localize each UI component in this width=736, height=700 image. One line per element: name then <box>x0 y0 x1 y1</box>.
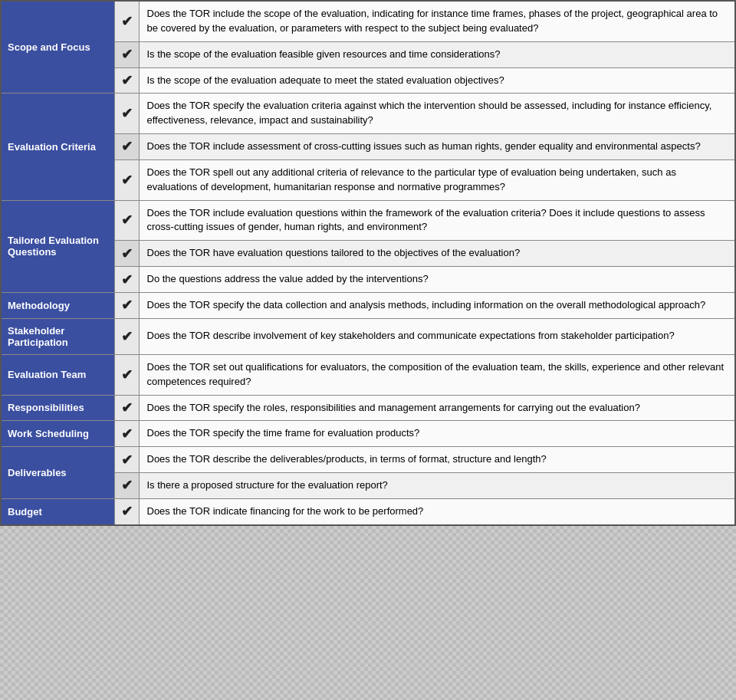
question-cell: Is the scope of the evaluation adequate … <box>139 67 735 94</box>
check-cell: ✔ <box>114 318 139 354</box>
checkmark-icon: ✔ <box>121 14 133 29</box>
question-cell: Does the TOR indicate financing for the … <box>139 498 735 524</box>
question-cell: Does the TOR describe the deliverables/p… <box>139 447 735 473</box>
question-cell: Is there a proposed structure for the ev… <box>139 473 735 499</box>
check-cell: ✔ <box>114 421 139 447</box>
checkmark-icon: ✔ <box>121 367 133 383</box>
checkmark-icon: ✔ <box>121 246 133 261</box>
category-cell-8: Deliverables <box>1 447 114 499</box>
check-cell: ✔ <box>114 94 139 134</box>
check-cell: ✔ <box>114 473 139 499</box>
question-cell: Does the TOR set out qualifications for … <box>139 354 735 395</box>
checkmark-icon: ✔ <box>121 139 133 154</box>
checkmark-icon: ✔ <box>121 400 133 416</box>
check-cell: ✔ <box>114 200 139 241</box>
category-cell-4: Stakeholder Participation <box>1 318 114 354</box>
checkmark-icon: ✔ <box>121 272 133 288</box>
checkmark-icon: ✔ <box>121 504 133 519</box>
question-cell: Does the TOR include evaluation question… <box>139 200 735 241</box>
question-cell: Do the questions address the value added… <box>139 267 735 293</box>
question-cell: Does the TOR describe involvement of key… <box>139 318 735 354</box>
checkmark-icon: ✔ <box>121 452 133 468</box>
question-cell: Does the TOR specify the roles, responsi… <box>139 395 735 421</box>
check-cell: ✔ <box>114 447 139 473</box>
question-cell: Does the TOR specify the evaluation crit… <box>139 94 735 134</box>
question-cell: Does the TOR include assessment of cross… <box>139 134 735 160</box>
question-cell: Does the TOR spell out any additional cr… <box>139 159 735 200</box>
check-cell: ✔ <box>114 134 139 160</box>
category-cell-1: Evaluation Criteria <box>1 94 114 200</box>
check-cell: ✔ <box>114 292 139 318</box>
category-cell-3: Methodology <box>1 292 114 318</box>
checkmark-icon: ✔ <box>121 297 133 313</box>
checkmark-icon: ✔ <box>121 106 133 121</box>
question-cell: Does the TOR specify the time frame for … <box>139 421 735 447</box>
question-cell: Is the scope of the evaluation feasible … <box>139 41 735 67</box>
category-cell-5: Evaluation Team <box>1 354 114 395</box>
checklist-table: Scope and Focus✔Does the TOR include the… <box>0 0 736 526</box>
check-cell: ✔ <box>114 354 139 395</box>
checkmark-icon: ✔ <box>121 212 133 228</box>
question-cell: Does the TOR include the scope of the ev… <box>139 1 735 41</box>
question-cell: Does the TOR specify the data collection… <box>139 292 735 318</box>
check-cell: ✔ <box>114 67 139 94</box>
checkmark-icon: ✔ <box>121 173 133 188</box>
checkmark-icon: ✔ <box>121 478 133 493</box>
category-cell-0: Scope and Focus <box>1 1 114 94</box>
checkmark-icon: ✔ <box>121 47 133 62</box>
checkmark-icon: ✔ <box>121 426 133 442</box>
check-cell: ✔ <box>114 241 139 267</box>
check-cell: ✔ <box>114 498 139 524</box>
checkmark-icon: ✔ <box>121 329 133 344</box>
check-cell: ✔ <box>114 395 139 421</box>
check-cell: ✔ <box>114 267 139 293</box>
category-cell-7: Work Scheduling <box>1 421 114 447</box>
category-cell-2: Tailored Evaluation Questions <box>1 200 114 292</box>
check-cell: ✔ <box>114 41 139 67</box>
question-cell: Does the TOR have evaluation questions t… <box>139 241 735 267</box>
category-cell-6: Responsibilities <box>1 395 114 421</box>
check-cell: ✔ <box>114 1 139 41</box>
checkmark-icon: ✔ <box>121 73 133 88</box>
category-cell-9: Budget <box>1 498 114 524</box>
check-cell: ✔ <box>114 159 139 200</box>
